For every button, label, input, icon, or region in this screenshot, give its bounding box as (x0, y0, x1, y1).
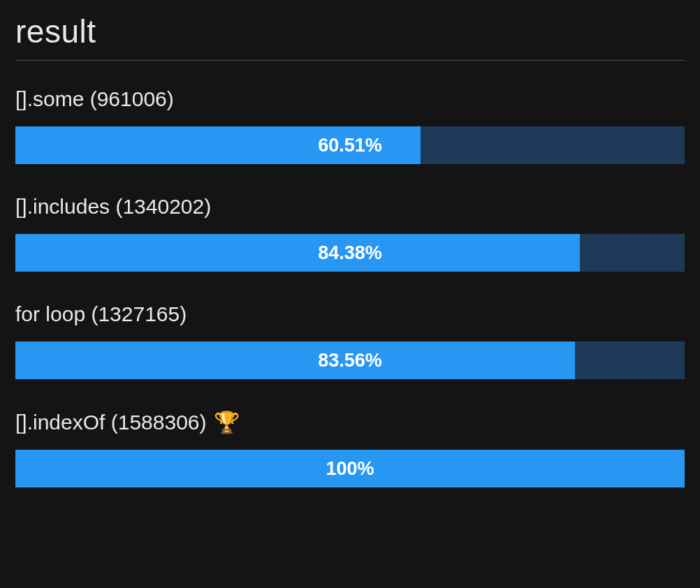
result-item: [].indexOf (1588306) 🏆 100% (15, 410, 685, 487)
result-name: [].indexOf (1588306) (15, 411, 207, 434)
bar-track: 84.38% (15, 234, 685, 272)
results-container: [].some (961006) 60.51% [].includes (134… (15, 87, 685, 487)
bar-percent: 83.56% (318, 350, 382, 372)
result-item: for loop (1327165) 83.56% (15, 302, 685, 379)
result-label: [].indexOf (1588306) 🏆 (15, 410, 685, 434)
result-name: [].includes (1340202) (15, 195, 211, 219)
bar-track: 100% (15, 450, 685, 487)
bar-track: 83.56% (15, 341, 685, 379)
bar-fill (15, 234, 580, 272)
result-name: [].some (961006) (15, 87, 174, 111)
bar-track: 60.51% (15, 126, 685, 164)
bar-fill (15, 341, 575, 379)
result-item: [].includes (1340202) 84.38% (15, 195, 685, 272)
bar-percent: 60.51% (318, 135, 382, 156)
bar-percent: 84.38% (318, 242, 382, 264)
result-label: for loop (1327165) (15, 302, 685, 326)
result-label: [].some (961006) (15, 87, 685, 111)
result-name: for loop (1327165) (15, 302, 187, 326)
result-label: [].includes (1340202) (15, 195, 685, 219)
bar-percent: 100% (326, 458, 374, 480)
result-item: [].some (961006) 60.51% (15, 87, 685, 164)
page-title: result (15, 13, 685, 61)
trophy-icon: 🏆 (214, 410, 240, 434)
